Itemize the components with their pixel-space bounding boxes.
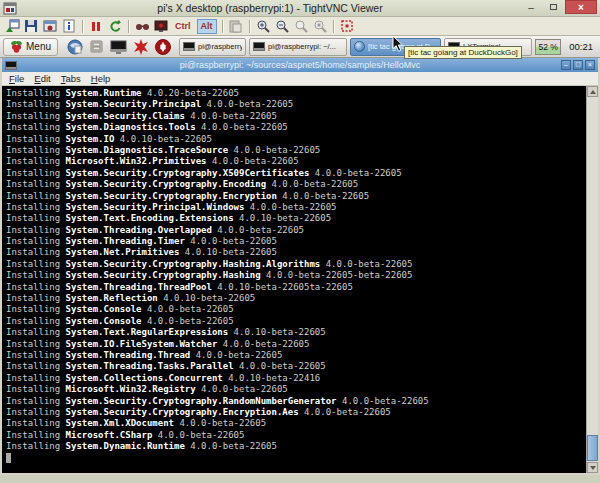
- maximize-button[interactable]: [543, 0, 563, 14]
- terminal-maximize-button[interactable]: □: [573, 60, 583, 70]
- term-menu-help[interactable]: Help: [86, 73, 116, 84]
- terminal-line: Installing System.Runtime 4.0.20-beta-22…: [6, 88, 586, 99]
- refresh-button[interactable]: [107, 18, 123, 34]
- terminal-cursor: [6, 453, 11, 463]
- terminal-close-button[interactable]: ×: [585, 60, 595, 70]
- terminal-line: Installing System.Text.RegularExpression…: [6, 327, 586, 338]
- maximize-icon: [550, 4, 557, 10]
- terminal-body: Installing System.Runtime 4.0.20-beta-22…: [2, 86, 598, 473]
- toolbar-separator: [222, 20, 223, 33]
- launcher-bar: [66, 38, 171, 55]
- new-connection-icon: [5, 19, 20, 33]
- pause-button[interactable]: [88, 18, 104, 34]
- terminal-minimize-button[interactable]: –: [561, 60, 571, 70]
- taskbar-window-label: pi@raspberrypi: ~/...: [268, 42, 336, 51]
- scrollbar-thumb[interactable]: [587, 435, 598, 461]
- wolfram-launcher[interactable]: [154, 38, 171, 55]
- terminal-icon: [183, 42, 195, 51]
- connection-info-icon: [62, 19, 76, 33]
- vnc-toolbar: Ctrl Alt: [0, 17, 600, 36]
- terminal-line: Installing System.Diagnostics.Tools 4.0.…: [6, 122, 586, 133]
- terminal-line: Installing System.Dynamic.Runtime 4.0.0-…: [6, 441, 586, 452]
- zoom-auto-icon: [313, 19, 327, 33]
- term-menu-file[interactable]: File: [4, 73, 29, 84]
- taskbar-window-button[interactable]: pi@raspberrypi: ~: [179, 38, 246, 56]
- connection-options-button[interactable]: [42, 18, 58, 34]
- zoom-100-icon: [294, 19, 308, 33]
- lxterminal-window: pi@raspberrypi: ~/sources/aspnet5/home/s…: [0, 58, 600, 475]
- terminal-menubar: FileEditTabsHelp: [2, 72, 598, 86]
- file-manager-launcher[interactable]: [88, 38, 105, 55]
- terminal-line: Installing System.Threading.ThreadPool 4…: [6, 282, 586, 293]
- taskbar-window-label: pi@raspberrypi: ~: [198, 42, 242, 51]
- menu-label: Menu: [26, 41, 51, 52]
- minimize-button[interactable]: –: [521, 0, 541, 14]
- ctrl-key-button[interactable]: Ctrl: [172, 20, 194, 33]
- terminal-icon: [5, 61, 17, 70]
- zoom-in-icon: [256, 19, 270, 33]
- paste-button[interactable]: [228, 18, 244, 34]
- terminal-line: Installing Microsoft.Win32.Primitives 4.…: [6, 156, 586, 167]
- mathematica-launcher[interactable]: [132, 38, 149, 55]
- terminal-line: Installing System.Threading.Thread 4.0.0…: [6, 350, 586, 361]
- terminal-line: Installing System.IO.FileSystem.Watcher …: [6, 339, 586, 350]
- raspberry-icon: [10, 40, 23, 54]
- ctrl-alt-del-button[interactable]: [153, 18, 169, 34]
- toolbar-separator: [82, 20, 83, 33]
- terminal-line: Installing System.Text.Encoding.Extensio…: [6, 213, 586, 224]
- alt-key-button[interactable]: Alt: [197, 19, 217, 34]
- terminal-line: Installing System.Threading.Timer 4.0.0-…: [6, 236, 586, 247]
- mathematica-icon: [133, 39, 149, 55]
- terminal-titlebar[interactable]: pi@raspberrypi: ~/sources/aspnet5/home/s…: [2, 58, 598, 72]
- terminal-line: Installing System.Security.Cryptography.…: [6, 191, 586, 202]
- cpu-monitor[interactable]: 52 %: [535, 39, 561, 55]
- terminal-line: Installing System.Security.Principal 4.0…: [6, 99, 586, 110]
- toolbar-separator: [333, 20, 334, 33]
- close-button[interactable]: ×: [565, 0, 597, 14]
- terminal-icon: [253, 42, 265, 51]
- terminal-launcher-icon: [110, 40, 127, 54]
- terminal-line: Installing Microsoft.Win32.Registry 4.0.…: [6, 384, 586, 395]
- term-menu-edit[interactable]: Edit: [29, 73, 55, 84]
- web-browser-icon: [67, 39, 83, 55]
- arrow-up-icon: [590, 90, 596, 94]
- terminal-line: Installing System.IO 4.0.10-beta-22605: [6, 134, 586, 145]
- terminal-line: Installing System.Diagnostics.TraceSourc…: [6, 145, 586, 156]
- terminal-line: Installing System.Console 4.0.0-beta-226…: [6, 316, 586, 327]
- scroll-down-button[interactable]: [587, 462, 598, 473]
- fullscreen-button[interactable]: [339, 18, 355, 34]
- view-only-icon: [135, 20, 150, 32]
- connection-info-button[interactable]: [61, 18, 77, 34]
- toolbar-separator: [128, 20, 129, 33]
- term-menu-tabs[interactable]: Tabs: [56, 73, 86, 84]
- terminal-line: Installing System.Console 4.0.0-beta-226…: [6, 304, 586, 315]
- file-manager-icon: [89, 39, 104, 54]
- taskbar-clock[interactable]: 00:21: [569, 41, 593, 52]
- zoom-100-button[interactable]: [293, 18, 309, 34]
- save-icon: [24, 19, 38, 33]
- view-only-button[interactable]: [134, 18, 150, 34]
- taskbar-window-button[interactable]: pi@raspberrypi: ~/...: [249, 38, 347, 56]
- ctrl-alt-del-icon: [154, 20, 168, 33]
- taskbar-tooltip: [tic tac golang at DuckDuckGo]: [404, 46, 522, 59]
- save-session-button[interactable]: [23, 18, 39, 34]
- terminal-line: Installing System.Security.Cryptography.…: [6, 270, 586, 281]
- terminal-scrollbar[interactable]: [586, 86, 598, 473]
- refresh-icon: [108, 19, 122, 33]
- new-connection-button[interactable]: [4, 18, 20, 34]
- pause-icon: [90, 20, 102, 33]
- terminal-line: Installing System.Reflection 4.0.10-beta…: [6, 293, 586, 304]
- terminal-line: Installing System.Security.Claims 4.0.0-…: [6, 111, 586, 122]
- wolfram-icon: [155, 39, 171, 55]
- menu-button[interactable]: Menu: [3, 38, 58, 56]
- zoom-auto-button[interactable]: [312, 18, 328, 34]
- scroll-up-button[interactable]: [587, 86, 598, 97]
- web-browser-launcher[interactable]: [66, 38, 83, 55]
- zoom-in-button[interactable]: [255, 18, 271, 34]
- zoom-out-button[interactable]: [274, 18, 290, 34]
- toolbar-separator: [249, 20, 250, 33]
- terminal-launcher[interactable]: [110, 38, 127, 55]
- paste-icon: [229, 19, 242, 33]
- fullscreen-icon: [340, 19, 354, 33]
- terminal-line: Installing System.Threading.Tasks.Parall…: [6, 361, 586, 372]
